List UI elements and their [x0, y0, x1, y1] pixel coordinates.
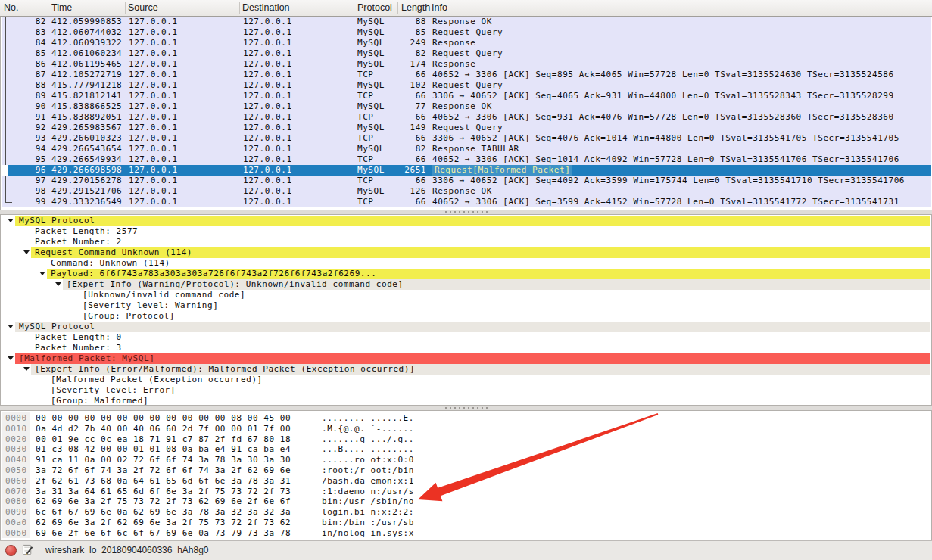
- packet-row[interactable]: 92429.265983567127.0.0.1127.0.0.1MySQL14…: [2, 123, 931, 133]
- detail-row[interactable]: MySQL Protocol: [1, 322, 931, 332]
- packet-info: Response TABULAR: [432, 144, 519, 154]
- detail-highlight-band: [15, 216, 930, 226]
- expand-toggle-icon[interactable]: [23, 250, 30, 254]
- expand-toggle-icon[interactable]: [55, 282, 61, 286]
- hex-bytes: 3a 72 6f 6f 74 3a 2f 72 6f 6f 74 3a 2f 6…: [36, 465, 291, 476]
- hex-offset: 0050: [5, 465, 27, 476]
- packet-length: 82: [379, 144, 426, 154]
- expand-toggle-icon[interactable]: [8, 325, 14, 328]
- column-header-no[interactable]: No.: [4, 0, 18, 16]
- detail-row[interactable]: [Expert Info (Error/Malformed): Malforme…: [1, 364, 931, 375]
- detail-row[interactable]: Packet Length: 0: [1, 332, 931, 343]
- expert-info-icon[interactable]: [5, 545, 17, 556]
- detail-row[interactable]: [Malformed Packet: MySQL]: [1, 353, 931, 364]
- detail-row[interactable]: Request Command Unknown (114): [1, 247, 931, 258]
- packet-row[interactable]: 88415.777941218127.0.0.1127.0.0.1MySQL10…: [2, 80, 931, 91]
- selected-row-marker-gap: [2, 165, 8, 176]
- packet-row[interactable]: 87412.105272719127.0.0.1127.0.0.1TCP6640…: [2, 70, 931, 80]
- packet-destination: 127.0.0.1: [243, 17, 292, 27]
- hex-row[interactable]: 00703a 31 3a 64 61 65 6d 6f 6e 3a 2f 75 …: [1, 487, 931, 497]
- hex-row[interactable]: 003001 c3 08 42 00 00 01 01 08 0a ba e4 …: [1, 444, 931, 455]
- column-header-info[interactable]: Info: [432, 0, 447, 16]
- packet-info: 40652 → 3306 [ACK] Seq=1014 Ack=4092 Win…: [432, 154, 899, 165]
- packet-length: 77: [379, 101, 426, 112]
- hex-row[interactable]: 00b069 6e 2f 6e 6f 6c 6f 67 69 6e 0a 73 …: [1, 528, 931, 539]
- expand-toggle-icon[interactable]: [8, 356, 14, 360]
- detail-row[interactable]: Packet Number: 2: [1, 237, 931, 247]
- column-header-protocol[interactable]: Protocol: [357, 0, 392, 16]
- detail-row[interactable]: [Unknown/invalid command code]: [1, 290, 931, 300]
- detail-text: Packet Length: 2577: [35, 226, 138, 237]
- expand-toggle-icon[interactable]: [39, 272, 45, 275]
- detail-row[interactable]: Payload: 6f6f743a783a303a303a726f6f743a2…: [1, 269, 931, 279]
- hex-row[interactable]: 008062 69 6e 3a 2f 75 73 72 2f 73 62 69 …: [1, 496, 931, 507]
- column-divider[interactable]: [48, 2, 48, 14]
- packet-destination: 127.0.0.1: [243, 91, 292, 101]
- packet-row[interactable]: 83412.060744032127.0.0.1127.0.0.1MySQL85…: [2, 27, 931, 38]
- column-divider[interactable]: [239, 2, 240, 14]
- detail-row[interactable]: [Group: Protocol]: [1, 311, 931, 322]
- hex-bytes: 91 ca 11 0a 00 02 72 6f 6f 74 3a 78 3a 3…: [36, 455, 291, 465]
- packet-row[interactable]: 95429.266549934127.0.0.1127.0.0.1TCP6640…: [2, 154, 931, 165]
- column-header-length[interactable]: Length: [401, 0, 430, 16]
- packet-row[interactable]: 82412.059990853127.0.0.1127.0.0.1MySQL88…: [2, 17, 931, 27]
- packet-row[interactable]: 97429.270156278127.0.0.1127.0.0.1TCP6633…: [2, 176, 931, 186]
- detail-row[interactable]: [Severity level: Error]: [1, 385, 931, 396]
- hex-bytes: 6c 6f 67 69 6e 0a 62 69 6e 3a 78 3a 32 3…: [36, 507, 291, 518]
- hex-row[interactable]: 00602f 62 61 73 68 0a 64 61 65 6d 6f 6e …: [1, 476, 931, 487]
- packet-row[interactable]: 98429.291521706127.0.0.1127.0.0.1MySQL12…: [2, 186, 931, 197]
- column-header-time[interactable]: Time: [51, 0, 72, 16]
- column-header-destination[interactable]: Destination: [242, 0, 290, 16]
- detail-row[interactable]: [Severity level: Warning]: [1, 300, 931, 311]
- column-divider[interactable]: [429, 2, 429, 14]
- detail-row[interactable]: Packet Number: 3: [1, 343, 931, 353]
- packet-source: 127.0.0.1: [129, 27, 178, 38]
- packet-row[interactable]: 84412.060939322127.0.0.1127.0.0.1MySQL24…: [2, 38, 931, 48]
- packet-row[interactable]: 94429.266543654127.0.0.1127.0.0.1MySQL82…: [2, 144, 931, 154]
- packet-time: 412.059990853: [51, 17, 122, 27]
- hex-offset: 00a0: [5, 518, 27, 528]
- packet-row[interactable]: 93429.266010323127.0.0.1127.0.0.1TCP6633…: [2, 133, 931, 144]
- packet-protocol: TCP: [357, 133, 374, 144]
- column-divider[interactable]: [125, 2, 126, 14]
- capture-comment-icon[interactable]: [22, 544, 33, 555]
- detail-row[interactable]: MySQL Protocol: [1, 216, 931, 226]
- packet-row[interactable]: 96429.266698598127.0.0.1127.0.0.1MySQL26…: [2, 165, 931, 176]
- packet-row[interactable]: 89415.821812141127.0.0.1127.0.0.1TCP6633…: [2, 91, 931, 101]
- detail-row[interactable]: [Expert Info (Warning/Protocol): Unknown…: [1, 279, 931, 290]
- hex-row[interactable]: 00a062 69 6e 3a 2f 62 69 6e 3a 2f 75 73 …: [1, 518, 931, 528]
- packet-destination: 127.0.0.1: [243, 70, 292, 80]
- detail-text: MySQL Protocol: [19, 216, 95, 226]
- detail-row[interactable]: [Malformed Packet (Exception occurred)]: [1, 375, 931, 385]
- packet-row[interactable]: 85412.061060234127.0.0.1127.0.0.1MySQL82…: [2, 48, 931, 59]
- packet-destination: 127.0.0.1: [243, 197, 292, 207]
- hex-bytes: 00 00 00 00 00 00 00 00 00 00 00 00 08 0…: [36, 413, 291, 424]
- hex-bytes: 3a 31 3a 64 61 65 6d 6f 6e 3a 2f 75 73 7…: [36, 487, 291, 497]
- hex-row[interactable]: 00503a 72 6f 6f 74 3a 2f 72 6f 6f 74 3a …: [1, 465, 931, 476]
- hex-row[interactable]: 00100a 4d d2 7b 40 00 40 06 60 2d 7f 00 …: [1, 424, 931, 434]
- expand-toggle-icon[interactable]: [8, 219, 14, 222]
- packet-row[interactable]: 91415.838892051127.0.0.1127.0.0.1TCP6640…: [2, 112, 931, 123]
- column-header-source[interactable]: Source: [128, 0, 158, 16]
- packet-no: 98: [2, 186, 46, 197]
- detail-row[interactable]: [Group: Malformed]: [1, 396, 931, 406]
- packet-row[interactable]: 86412.061195465127.0.0.1127.0.0.1MySQL17…: [2, 59, 931, 70]
- column-divider[interactable]: [397, 2, 398, 14]
- packet-row[interactable]: 90415.838866525127.0.0.1127.0.0.1MySQL77…: [2, 101, 931, 112]
- packet-source: 127.0.0.1: [129, 186, 178, 197]
- hex-row[interactable]: 00906c 6f 67 69 6e 0a 62 69 6e 3a 78 3a …: [1, 507, 931, 518]
- hex-offset: 0090: [5, 507, 27, 518]
- column-divider[interactable]: [354, 2, 354, 14]
- detail-text: [Expert Info (Warning/Protocol): Unknown…: [67, 279, 404, 290]
- hex-row[interactable]: 004091 ca 11 0a 00 02 72 6f 6f 74 3a 78 …: [1, 455, 931, 465]
- packet-no: 97: [2, 176, 46, 186]
- expand-toggle-icon[interactable]: [23, 367, 30, 371]
- packet-time: 429.266549934: [51, 154, 122, 165]
- packet-row[interactable]: 99429.333236549127.0.0.1127.0.0.1TCP6640…: [2, 197, 931, 207]
- hex-row[interactable]: 002000 01 9e cc 0c ea 18 71 91 c7 87 2f …: [1, 434, 931, 445]
- detail-row[interactable]: Packet Length: 2577: [1, 226, 931, 237]
- hex-row[interactable]: 000000 00 00 00 00 00 00 00 00 00 00 00 …: [1, 413, 931, 424]
- status-bar: wireshark_lo_20180904060336_hAh8g0: [0, 540, 932, 560]
- detail-row[interactable]: Command: Unknown (114): [1, 258, 931, 269]
- packet-info: 3306 → 40652 [ACK] Seq=4065 Ack=931 Win=…: [432, 91, 894, 101]
